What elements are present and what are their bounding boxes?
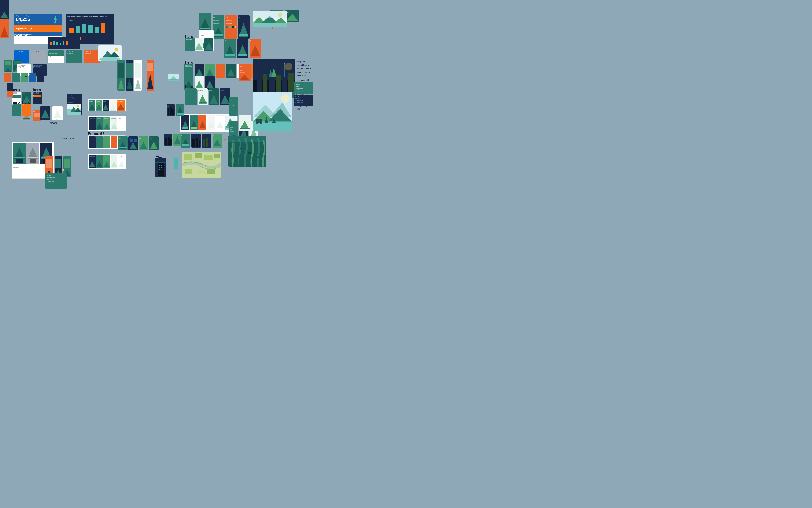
card-fra-mr1[interactable]: Internet driving Black to Earth Day (229, 97, 238, 116)
svg-text:Fra...: Fra... (240, 66, 242, 67)
svg-text:Fra...: Fra... (195, 66, 197, 67)
card-fr-dark[interactable] (156, 158, 166, 177)
svg-rect-332 (182, 144, 189, 146)
card-fra-r2c[interactable]: Fra... (205, 76, 215, 90)
card-fra-rm1[interactable]: Interested in (198, 88, 208, 105)
card-fra-r1[interactable]: Fra... (195, 64, 204, 78)
card-hero-r1[interactable]: We're celebratingBlack to Earth Day (184, 64, 194, 78)
dot-orange (37, 120, 38, 121)
card-frame63[interactable]: For Earth Day Happy Earth (88, 154, 126, 169)
card-fra-sc1[interactable] (167, 104, 175, 116)
card-fra-mr3[interactable]: Internet driving (0, 19, 9, 38)
card-hero-sm-2[interactable]: We're welcometo sustainability Earth Day (33, 92, 42, 104)
card-fra-rm2[interactable]: Internet (209, 88, 219, 105)
card-fra-rc1[interactable]: Fra... Palo Alto Networks have Network (239, 64, 251, 81)
illus-landscape-tr[interactable] (253, 10, 287, 28)
svg-text:In 2021, Bliq: In 2021, Bliq (200, 35, 205, 36)
card-fra-r2[interactable]: Fra... (205, 64, 215, 78)
card-hero-bl-1[interactable]: This area relatesto sustainability (12, 103, 20, 116)
svg-rect-391 (177, 113, 183, 115)
card-hero-orange[interactable]: In 2021, Bliq's carbon emissions (84, 50, 100, 63)
svg-rect-395 (170, 139, 172, 145)
card-mid-r3[interactable]: Fra... (139, 136, 148, 150)
card-fra-e1[interactable]: Interested to contributing these for the… (45, 173, 67, 189)
card-fra-r2b[interactable]: Fra... (195, 76, 204, 90)
card-mid-r1[interactable]: Fra... (118, 136, 128, 150)
dot-yellow (62, 169, 64, 171)
card-small-a5[interactable]: Fra... (37, 73, 44, 82)
card-hero-gray[interactable]: Happy Earth Day! (31, 50, 46, 63)
card-fra-far-2[interactable]: Fra... (286, 10, 299, 22)
card-small-a1[interactable]: Fra... (4, 73, 11, 82)
card-fra-lr4[interactable]: Fra... (213, 134, 222, 147)
card-small-a3[interactable]: Fra... (20, 73, 28, 82)
card-fra-tr2[interactable]: Fra... Blue Networks have Network of car… (213, 15, 224, 39)
card-landscape-mid[interactable] (67, 103, 81, 115)
card-fra-sc3[interactable] (164, 134, 172, 145)
card-scatter-2[interactable] (7, 91, 13, 97)
svg-rect-176 (161, 165, 162, 166)
svg-text:Fra...: Fra... (41, 108, 43, 109)
svg-rect-12 (56, 42, 58, 45)
card-frame61[interactable]: For Earth Day,Single family Determined D… (88, 116, 126, 131)
card-fra-c1[interactable]: Fra... In 2021, Bliq's carbon (40, 107, 50, 120)
svg-text:Blue Networks: Blue Networks (213, 20, 219, 21)
card-fra-r3[interactable]: Fra... (216, 64, 225, 78)
illus-landscape-lr[interactable] (253, 92, 292, 131)
svg-rect-104 (118, 63, 124, 78)
svg-rect-63 (14, 157, 25, 158)
svg-rect-82 (64, 159, 70, 168)
card-fra-c2[interactable]: Fra... In 2021, Bliq's (52, 107, 62, 120)
card-vc1[interactable]: Together we can (117, 60, 125, 90)
svg-text:Fra...: Fra... (206, 66, 208, 67)
card-mid-r2[interactable]: Fra... (128, 136, 138, 150)
svg-text:Fra...: Fra... (225, 40, 227, 41)
svg-text:Fra...: Fra... (205, 40, 207, 41)
card-hero-white[interactable]: Happy Earth Day! carbon emissions (48, 50, 64, 63)
card-frame65[interactable] (98, 45, 122, 61)
svg-text:In 2021, Bliq's: In 2021, Bliq's (53, 119, 57, 120)
card-fra-tr-s1[interactable]: Fra... (195, 38, 204, 51)
card-fra-top-3[interactable]: Fra... (250, 39, 261, 58)
card-fra-lr1[interactable]: Fra... (181, 134, 190, 147)
card-scatter-1[interactable] (7, 83, 13, 90)
card-fra-top-1[interactable]: Fra... (224, 39, 236, 58)
card-hero-bl-2[interactable]: We're welcometo sustainability (22, 103, 31, 116)
svg-text:Fra...: Fra... (200, 15, 202, 16)
illus-aerial[interactable] (182, 152, 221, 178)
card-vc-extra[interactable]: Fra... (146, 60, 154, 90)
svg-rect-46 (23, 119, 30, 119)
card-fra-r4[interactable]: Fra... (226, 64, 236, 78)
card-fra-sc4[interactable] (173, 134, 181, 145)
card-fra-tr3[interactable]: Fra... Blue Networks have Network of car… (225, 15, 237, 39)
card-frame48[interactable]: For Earth Day, Palo Alto Holistic (180, 114, 237, 132)
card-fra-top-2[interactable]: Fra... (237, 39, 249, 58)
svg-rect-165 (130, 138, 133, 142)
card-fra-tr4[interactable]: Fra... (238, 15, 250, 39)
card-frame60[interactable]: Palo Alto sustainable Greatest Head of c… (88, 99, 126, 111)
svg-rect-185 (182, 127, 188, 129)
card-fra-small-1[interactable]: Fra... (4, 60, 12, 72)
card-fra-lra[interactable]: Fra... (239, 115, 251, 131)
group-fra-tr-small: Fra... Fra... (195, 38, 213, 51)
card-vc3[interactable]: Together we can (134, 60, 142, 90)
card-small-a4[interactable]: Fra... (29, 73, 36, 82)
card-fra-lr3[interactable]: Fra... (202, 134, 211, 147)
card-hero-r2[interactable]: We're celebratingEarth DayJoin us (185, 88, 197, 105)
label-power: power (14, 33, 28, 38)
card-foo-landscape[interactable] (228, 136, 266, 167)
card-fra-tr1[interactable]: Fra... (199, 13, 211, 32)
card-hero-top-r[interactable]: carbon emissions (185, 38, 195, 51)
group-fra-lr: Fra... Fra... Fra... Fra... (181, 134, 222, 147)
card-vc2[interactable]: Together we can (126, 60, 133, 90)
card-fra-b2[interactable]: Fra... (33, 110, 41, 121)
card-fra-tr-s2[interactable]: Fra... (205, 38, 213, 51)
card-small-a2[interactable]: Fra... (12, 73, 20, 82)
card-fra-mr2[interactable]: Internet driving Black to Earth Day (0, 0, 9, 19)
card-fra-sc2[interactable] (176, 104, 184, 116)
card-multiyear-2[interactable]: In 2021, Bliq's carbon emissions (48, 37, 80, 49)
card-hero-teal[interactable]: In 2021, Bliq's carbon emissions (66, 50, 82, 63)
card-fra-rm3[interactable]: Internet (220, 88, 230, 105)
card-mid-r4[interactable]: Fra... (149, 136, 159, 150)
card-fra-lr2[interactable]: Fra... (191, 134, 201, 147)
